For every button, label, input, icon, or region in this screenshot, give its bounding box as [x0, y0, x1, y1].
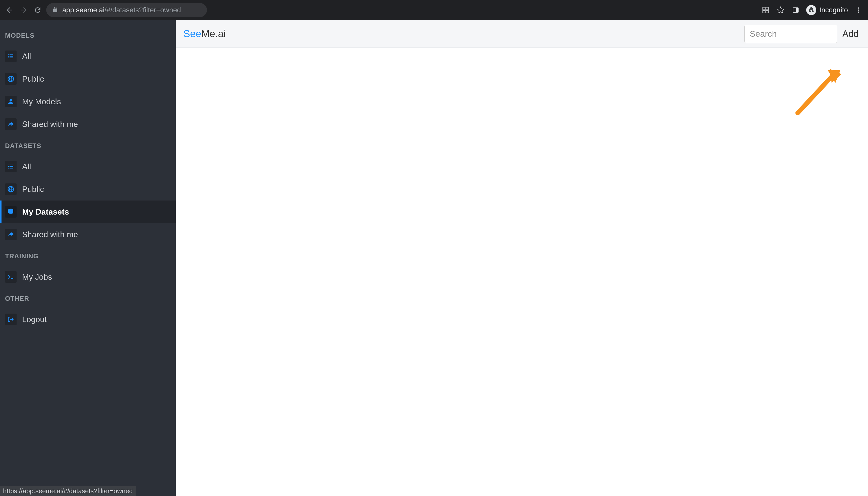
sidebar-item-label: Public	[22, 185, 44, 194]
kebab-icon[interactable]	[854, 5, 863, 15]
sidebar-item-label: My Datasets	[22, 207, 69, 217]
sidebar-item-logout[interactable]: Logout	[0, 308, 176, 331]
svg-line-9	[798, 75, 833, 113]
address-bar[interactable]: app.seeme.ai/#/datasets?filter=owned	[46, 3, 207, 17]
search-input[interactable]	[744, 25, 837, 43]
brand-part-see: See	[183, 28, 201, 39]
add-button[interactable]: Add	[840, 29, 861, 39]
star-icon[interactable]	[776, 5, 785, 15]
translate-icon[interactable]	[761, 5, 770, 15]
sidebar-item-training-jobs[interactable]: My Jobs	[0, 266, 176, 288]
url-host: app.seeme.ai	[62, 6, 105, 14]
sidebar-item-datasets-my[interactable]: My Datasets	[0, 201, 176, 223]
arrow-annotation	[793, 68, 843, 118]
sidebar-item-label: Public	[22, 74, 44, 84]
topbar: SeeMe.ai Add	[176, 20, 868, 48]
terminal-icon	[5, 271, 17, 283]
section-header-datasets: DATASETS	[0, 136, 176, 155]
url-text: app.seeme.ai/#/datasets?filter=owned	[62, 6, 181, 14]
sidebar-item-label: All	[22, 52, 31, 61]
content-area	[176, 48, 868, 496]
sidebar-item-datasets-shared[interactable]: Shared with me	[0, 223, 176, 246]
list-icon	[5, 161, 17, 172]
sidebar: MODELS All Public My Models Shared with …	[0, 20, 176, 496]
brand-logo[interactable]: SeeMe.ai	[183, 28, 226, 40]
svg-point-5	[858, 10, 859, 11]
app: MODELS All Public My Models Shared with …	[0, 20, 868, 496]
reload-button[interactable]	[33, 5, 42, 15]
sidebar-item-models-all[interactable]: All	[0, 45, 176, 67]
sidebar-item-label: My Jobs	[22, 273, 52, 282]
sidebar-item-models-shared[interactable]: Shared with me	[0, 113, 176, 136]
database-icon	[5, 206, 17, 218]
nav-buttons	[5, 5, 42, 15]
sidebar-item-label: All	[22, 162, 31, 171]
section-header-models: MODELS	[0, 25, 176, 45]
share-icon	[5, 118, 17, 130]
incognito-label: Incognito	[819, 6, 848, 14]
main: SeeMe.ai Add	[176, 20, 868, 496]
section-header-other: OTHER	[0, 288, 176, 308]
chrome-right: Incognito	[761, 5, 863, 15]
section-header-training: TRAINING	[0, 246, 176, 266]
user-icon	[5, 96, 17, 107]
svg-rect-1	[796, 8, 799, 13]
brand-part-rest: Me.ai	[201, 28, 226, 39]
forward-button[interactable]	[19, 5, 28, 15]
back-button[interactable]	[5, 5, 14, 15]
sidebar-item-datasets-public[interactable]: Public	[0, 178, 176, 201]
url-path: /#/datasets?filter=owned	[105, 6, 181, 14]
logout-icon	[5, 314, 17, 325]
browser-chrome: app.seeme.ai/#/datasets?filter=owned Inc…	[0, 0, 868, 20]
list-icon	[5, 50, 17, 62]
svg-marker-11	[830, 69, 842, 83]
globe-icon	[5, 183, 17, 195]
sidebar-item-label: Logout	[22, 315, 47, 324]
sidebar-item-models-my[interactable]: My Models	[0, 90, 176, 113]
sidebar-item-datasets-all[interactable]: All	[0, 155, 176, 178]
lock-icon	[52, 6, 58, 14]
sidebar-item-label: Shared with me	[22, 230, 78, 239]
sidebar-item-label: My Models	[22, 97, 61, 106]
incognito-chip[interactable]: Incognito	[806, 5, 848, 15]
share-icon	[5, 229, 17, 240]
incognito-avatar-icon	[806, 5, 816, 15]
status-bar: https://app.seeme.ai/#/datasets?filter=o…	[0, 486, 136, 496]
sidebar-item-models-public[interactable]: Public	[0, 67, 176, 90]
globe-icon	[5, 73, 17, 85]
sidebar-item-label: Shared with me	[22, 120, 78, 129]
svg-point-4	[858, 7, 859, 9]
svg-point-6	[858, 12, 859, 13]
panel-icon[interactable]	[791, 5, 800, 15]
svg-marker-10	[828, 71, 840, 83]
